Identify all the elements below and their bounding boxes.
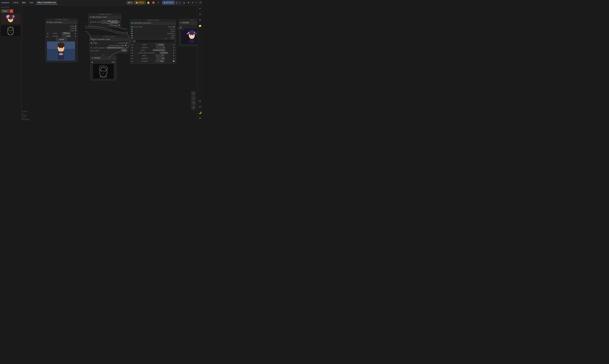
close-button[interactable]: ✕ (10, 9, 13, 13)
execute-queue-button[interactable]: ▶ 执行队列 (162, 1, 175, 4)
zoom-in-button[interactable]: + (191, 91, 196, 95)
clear-button[interactable]: Clear (1, 9, 9, 13)
queue-number-input[interactable] (175, 1, 181, 4)
expand-icon-2[interactable]: ⤢ (167, 37, 168, 39)
manager-button[interactable]: ⭐ 管理器 (134, 1, 146, 4)
menu-help[interactable]: Help (28, 1, 35, 4)
preview-11-connector (180, 26, 181, 28)
save-canny-value[interactable]: False (122, 49, 127, 52)
model-param-right[interactable]: ▶ (173, 44, 175, 46)
qm-image-connector (131, 28, 132, 30)
zoom-compass-button[interactable]: ➤ (191, 105, 196, 110)
close-icon[interactable]: ✕ (191, 1, 194, 4)
lang-button[interactable]: ⚡ A (126, 1, 133, 4)
refresh-icon[interactable]: ↺ (199, 1, 202, 4)
height-out-connector (75, 30, 76, 31)
notification2-icon[interactable]: 🔕 (151, 1, 156, 4)
control-after-left[interactable]: ◀ (131, 52, 132, 53)
strength-value: 0.40 (62, 35, 71, 37)
node-preview-11[interactable]: #11 预览图像 图像 (179, 19, 197, 46)
guidance-left[interactable]: ◀ (131, 58, 132, 59)
stat-FPS: FPS:50.00 (22, 119, 29, 121)
load-image-photo (47, 41, 75, 61)
node-mflux-models-loader[interactable]: #10 Mflux ComfyUI Mflux Models Loader ◀ … (89, 13, 121, 27)
folder-icon[interactable]: 📁 (198, 24, 202, 28)
upload-icon[interactable]: ⬆ (199, 18, 201, 22)
seed-right[interactable]: ▶ (173, 50, 175, 51)
steps-label: steps (142, 55, 146, 56)
width-output-row: width (47, 27, 76, 29)
svg-point-43 (187, 33, 188, 35)
qm-image-out-connector (173, 26, 175, 27)
menu-edit[interactable]: 编辑 (21, 1, 27, 5)
node-title-load-image: Mflux Load Image (49, 21, 62, 23)
node-mflux-controlnet-loader[interactable]: #17 Mflux ComfyUI Mflux ControlNet Loade… (89, 36, 129, 53)
model-name-label: model_name (92, 21, 101, 23)
arrow-up-icon[interactable]: ▲ (182, 1, 186, 4)
node-title-controlnet-loader: Mflux ControlNet Loader (93, 38, 110, 40)
prompt-area[interactable]: 1girl, (131, 39, 175, 43)
compass-icon[interactable]: ➤ (199, 105, 201, 109)
menu-workflow[interactable]: 工作流 (11, 1, 20, 5)
node-preview-18[interactable]: #18 预览图像 图像 (90, 54, 116, 80)
quantize-left[interactable]: ◀ (131, 47, 132, 48)
save-canny-row: save_canny False (91, 49, 127, 52)
preview-18-image-label: 图像 (112, 61, 115, 63)
active-tab[interactable]: Mflux ControlNet new (36, 1, 58, 4)
thumbnail-1[interactable] (1, 14, 20, 24)
node-mflux-load-image[interactable]: #19 Mflux ComfyUI Mflux Load Image image… (46, 19, 78, 62)
zoom-out-button[interactable]: − (191, 96, 196, 100)
node-header-preview-18: 预览图像 (91, 56, 116, 60)
clear-row: Clear ✕ (1, 9, 21, 13)
canvas[interactable]: #10 Mflux ComfyUI Mflux Models Loader ◀ … (22, 5, 197, 121)
control-after-right[interactable]: ▶ (173, 52, 175, 53)
model-sel-arrow-left[interactable]: ◀ (91, 47, 92, 49)
qm-width-connector (131, 35, 132, 36)
svg-point-23 (57, 42, 65, 48)
left-panel: Resize Feed Clear ✕ (0, 5, 22, 121)
model-param-left[interactable]: ◀ (131, 44, 132, 46)
image-field-arrow-right[interactable]: ▶ (75, 32, 76, 34)
zoom-fit-icon[interactable]: ⊡ (199, 99, 201, 103)
control-after-value: randomize (159, 52, 169, 54)
stat-T: T: 0.00s (22, 110, 29, 113)
preview-18-image-row: 图像 (92, 61, 115, 63)
steps-left[interactable]: ◀ (131, 55, 132, 56)
notification-bell-icon[interactable]: 🔔 (146, 1, 150, 4)
history-icon[interactable]: ↩ (199, 7, 201, 11)
preview-11-image (181, 29, 197, 44)
moon-icon[interactable]: 🌙 (198, 111, 202, 115)
node-quick-mflux[interactable]: #9 Mflux ComfyUI Quick MFlux Generation … (130, 19, 176, 64)
model-name-arrow-right[interactable]: ▶ (119, 21, 120, 23)
guidance-right[interactable]: ▶ (173, 58, 175, 59)
model-param-row: ◀ model schnell ▶ (131, 43, 175, 46)
guidance-row: ◀ guidance 3.5 ▶ (131, 57, 175, 60)
metadata-toggle[interactable] (173, 60, 175, 62)
node-id-11: #11 (179, 19, 197, 21)
model-sel-arrow-right[interactable]: ▶ (126, 47, 127, 49)
local-model-label: Local_model (108, 24, 118, 26)
share-icon[interactable]: ↗ (156, 1, 159, 4)
eye-icon[interactable]: 👁 (198, 116, 202, 120)
image-field-arrow-left[interactable]: ◀ (47, 32, 48, 34)
stat-V: V: 14 (22, 117, 29, 119)
zoom-fit-button[interactable]: ⊡ (191, 101, 196, 105)
strength-arrow-right[interactable]: ▶ (75, 35, 76, 37)
seed-label: seed (141, 49, 145, 51)
preprocessed-arrow[interactable]: ▶ (126, 45, 127, 46)
seed-left[interactable]: ◀ (131, 50, 132, 51)
upload-button[interactable]: upload (56, 38, 67, 41)
metadata-left[interactable]: ◀ (131, 60, 132, 62)
local-model-output-row: Local_model (90, 24, 120, 26)
thumbnail-2[interactable] (1, 26, 20, 36)
steps-right[interactable]: ▶ (173, 55, 175, 56)
info-icon[interactable]: ℹ (199, 12, 201, 16)
settings-icon[interactable]: ⚙ (165, 37, 166, 39)
arrow-down-icon[interactable]: ▼ (187, 1, 190, 4)
model-name-arrow-left[interactable]: ◀ (90, 21, 91, 23)
right-panel: ↩ ℹ ⬆ 📁 ⊡ ➤ 🌙 👁 (197, 5, 203, 121)
strength-arrow-left[interactable]: ◀ (47, 35, 48, 37)
svg-point-42 (194, 32, 195, 33)
expand-icon[interactable]: □ (195, 1, 198, 4)
quantize-right[interactable]: ▶ (173, 47, 175, 48)
